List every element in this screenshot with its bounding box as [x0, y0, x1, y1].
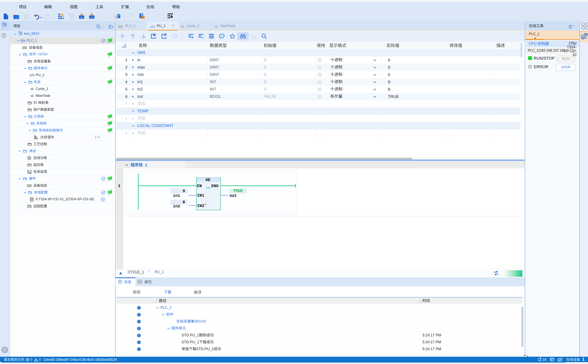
svg-text:10: 10	[141, 14, 143, 15]
svg-text:1100: 1100	[90, 16, 94, 18]
svg-text:1100: 1100	[80, 16, 83, 18]
